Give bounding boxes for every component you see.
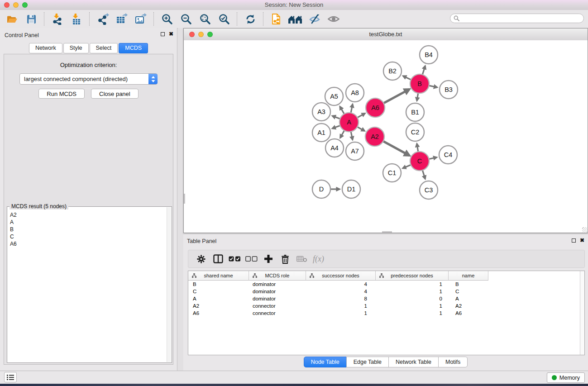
close-panel-icon[interactable]: ✖ [580, 238, 584, 243]
edge-B-B2[interactable] [403, 76, 411, 80]
tab-network[interactable]: Network [29, 43, 62, 53]
table-row[interactable]: Adominator80A [188, 295, 584, 302]
close-panel-button[interactable]: Close panel [91, 89, 139, 99]
vertical-scroll-mark[interactable] [184, 194, 185, 204]
column-view-button[interactable] [210, 252, 226, 266]
edge-B-B1[interactable] [417, 93, 418, 101]
resize-grip-icon[interactable] [582, 227, 587, 232]
table-scrollbar[interactable] [580, 271, 584, 355]
result-item[interactable]: A [10, 219, 166, 226]
column-header-shared-name[interactable]: shared name [188, 271, 249, 281]
edge-C-C4[interactable] [429, 157, 436, 159]
column-header-predecessor-nodes[interactable]: predecessor nodes [376, 271, 449, 281]
destroy-view-button[interactable] [286, 11, 305, 27]
memory-button[interactable]: Memory [547, 372, 585, 383]
open-session-button[interactable] [3, 11, 22, 27]
export-image-button[interactable] [131, 11, 150, 27]
node-A[interactable]: A [339, 113, 359, 132]
edge-A-A3[interactable] [332, 116, 340, 119]
node-C2[interactable]: C2 [406, 123, 424, 141]
save-session-button[interactable] [22, 11, 41, 27]
node-A2[interactable]: A2 [365, 127, 384, 146]
result-item[interactable]: A2 [10, 211, 166, 219]
edge-A-A7[interactable] [351, 132, 353, 140]
tab-motifs[interactable]: Motifs [438, 357, 468, 367]
zoom-fit-button[interactable] [196, 11, 215, 27]
node-B1[interactable]: B1 [406, 103, 424, 121]
zoom-selected-button[interactable] [215, 11, 234, 27]
table-row[interactable]: A2connector11A2 [188, 302, 584, 310]
delete-column-button[interactable] [277, 252, 293, 266]
zoom-in-button[interactable] [158, 11, 177, 27]
select-all-button[interactable] [226, 252, 243, 266]
node-A5[interactable]: A5 [325, 87, 343, 105]
refresh-button[interactable] [241, 11, 260, 27]
result-item[interactable]: C [10, 233, 166, 240]
export-table-button[interactable] [112, 11, 131, 27]
float-panel-icon[interactable] [572, 238, 576, 243]
result-item[interactable]: B [10, 226, 166, 233]
zoom-out-button[interactable] [177, 11, 196, 27]
edge-A-A8[interactable] [351, 104, 353, 113]
edge-C-C2[interactable] [417, 144, 418, 152]
node-A6[interactable]: A6 [366, 98, 385, 117]
edge-B-B3[interactable] [429, 86, 437, 87]
hide-graphics-button[interactable] [305, 11, 324, 27]
search-box[interactable] [450, 14, 584, 23]
edge-A-A2[interactable] [357, 127, 364, 131]
create-view-button[interactable] [267, 11, 286, 27]
network-graph[interactable]: B4B2BB3A8A5A6A3B1AA1C2A2A4A7C4CC1C3DD1 [184, 40, 588, 233]
node-A8[interactable]: A8 [346, 84, 364, 102]
tab-node-table[interactable]: Node Table [304, 357, 347, 367]
task-history-button[interactable] [4, 372, 17, 382]
edge-C-C3[interactable] [422, 170, 425, 179]
table-row[interactable]: Cdominator41C [188, 288, 584, 295]
node-B3[interactable]: B3 [440, 81, 458, 99]
horizontal-scroll-mark[interactable] [382, 231, 392, 233]
tab-mcds[interactable]: MCDS [119, 43, 148, 53]
close-panel-icon[interactable]: ✖ [169, 32, 173, 36]
network-canvas[interactable]: B4B2BB3A8A5A6A3B1AA1C2A2A4A7C4CC1C3DD1 [184, 40, 588, 233]
optimization-dropdown[interactable]: largest connected component (directed) [19, 73, 158, 85]
column-header-MCDS-role[interactable]: MCDS role [249, 271, 306, 281]
edge-A-A6[interactable] [357, 114, 365, 118]
create-column-button[interactable] [260, 252, 277, 266]
node-A1[interactable]: A1 [312, 124, 330, 142]
node-A3[interactable]: A3 [312, 103, 330, 121]
edge-A-A1[interactable] [332, 125, 340, 128]
delete-table-button[interactable] [293, 252, 310, 266]
export-network-button[interactable] [93, 11, 112, 27]
edge-A-A4[interactable] [340, 130, 344, 138]
deselect-all-button[interactable] [243, 252, 260, 266]
mcds-result-list[interactable]: A2ABCA6 [10, 211, 166, 362]
node-table[interactable]: shared name MCDS role successor nodes pr… [188, 271, 585, 355]
import-network-button[interactable] [48, 11, 67, 27]
node-C[interactable]: C [410, 152, 429, 171]
import-table-button[interactable] [67, 11, 86, 27]
node-B2[interactable]: B2 [383, 62, 402, 80]
node-B4[interactable]: B4 [420, 46, 438, 64]
result-item[interactable]: A6 [10, 240, 166, 248]
tab-select[interactable]: Select [90, 43, 118, 53]
tab-style[interactable]: Style [63, 43, 89, 53]
search-input[interactable] [461, 15, 583, 22]
node-C1[interactable]: C1 [383, 164, 401, 182]
table-row[interactable]: A6connector11A6 [188, 310, 584, 317]
float-panel-icon[interactable] [161, 32, 165, 36]
node-D[interactable]: D [312, 180, 330, 198]
tab-edge-table[interactable]: Edge Table [346, 357, 389, 367]
run-mcds-button[interactable]: Run MCDS [38, 89, 85, 99]
show-graphics-button[interactable] [324, 11, 343, 27]
edge-C-C1[interactable] [403, 165, 411, 168]
function-builder-button[interactable]: f(x) [310, 252, 327, 266]
column-header-successor-nodes[interactable]: successor nodes [306, 271, 376, 281]
table-row[interactable]: Bdominator41B [188, 281, 584, 288]
dropdown-stepper-icon[interactable] [148, 74, 158, 84]
column-header-name[interactable]: name [449, 271, 488, 281]
result-scrollbar[interactable] [167, 207, 171, 362]
node-A7[interactable]: A7 [346, 142, 364, 160]
tab-network-table[interactable]: Network Table [388, 357, 439, 367]
edge-B-B4[interactable] [422, 66, 425, 75]
edge-A-A5[interactable] [340, 107, 344, 114]
node-C3[interactable]: C3 [420, 181, 438, 199]
